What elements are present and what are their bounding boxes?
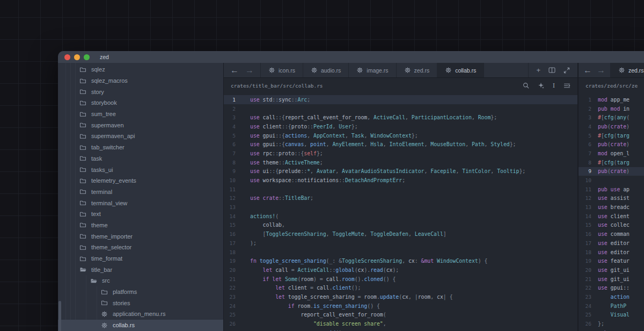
tree-item-label: story <box>91 89 104 95</box>
editor-tab[interactable]: zed.rs <box>397 63 438 77</box>
traffic-light-close[interactable] <box>64 54 70 60</box>
breadcrumb[interactable]: crates/zed/src/ze <box>586 83 638 89</box>
line-number: 13 <box>579 204 591 210</box>
code-line: 9use ui::{prelude::*, Avatar, AvatarAudi… <box>224 167 577 176</box>
code-text: use featur <box>591 258 630 264</box>
ibeam-icon[interactable]: I <box>553 83 555 89</box>
line-number: 9 <box>579 168 591 174</box>
code-line: 2 <box>224 104 577 113</box>
tree-item[interactable]: terminal <box>58 186 223 198</box>
tree-item[interactable]: title_bar <box>58 264 223 275</box>
code-line: 1use std::sync::Arc; <box>224 95 577 104</box>
search-icon[interactable] <box>523 82 529 89</box>
tree-item[interactable]: storybook <box>58 97 223 109</box>
tree-item-label: storybook <box>91 99 117 106</box>
tree-item[interactable]: supermaven_api <box>58 131 223 142</box>
code-text: use gpui::{canvas, point, AnyElement, Hs… <box>236 141 516 147</box>
code-text: use collec <box>591 222 630 228</box>
tree-item[interactable]: theme_importer <box>58 231 223 242</box>
folder-icon <box>79 166 86 173</box>
code-editor[interactable]: 1mod app_me2pub mod in3#[cfg(any(4pub(cr… <box>579 93 644 331</box>
right-tab-bar: ← → zed.rs <box>579 63 644 78</box>
nav-forward-icon[interactable]: → <box>245 66 254 75</box>
editor-tab[interactable]: collab.rs <box>437 63 484 77</box>
code-line: 10 <box>579 176 644 185</box>
breadcrumb[interactable]: crates/title_bar/src/collab.rs <box>231 83 323 89</box>
split-icon[interactable] <box>548 67 555 73</box>
tree-item[interactable]: sum_tree <box>58 109 223 120</box>
tree-item[interactable]: platforms <box>58 286 223 298</box>
rust-icon <box>311 67 318 74</box>
traffic-light-zoom[interactable] <box>84 54 90 60</box>
tree-item[interactable]: task <box>58 153 223 164</box>
tree-item[interactable]: story <box>58 86 223 97</box>
line-number: 7 <box>579 150 591 156</box>
nav-forward-icon[interactable]: → <box>597 66 605 75</box>
line-number: 8 <box>224 160 236 166</box>
nav-back-icon[interactable]: ← <box>230 66 239 75</box>
tree-item-label: supermaven <box>91 122 124 128</box>
code-line: 2pub mod in <box>579 104 644 113</box>
tree-item[interactable]: text <box>58 208 223 220</box>
code-line: 10use workspace::notifications::DetachAn… <box>224 176 577 185</box>
tree-item[interactable]: tab_switcher <box>58 142 223 153</box>
tree-item[interactable]: tasks_ui <box>58 164 223 175</box>
nav-back-icon[interactable]: ← <box>583 66 592 75</box>
lines-icon[interactable] <box>564 83 570 89</box>
code-line: 14use client <box>579 212 644 221</box>
window-titlebar[interactable]: zed <box>58 51 644 63</box>
code-line: 20 let call = ActiveCall::global(cx).rea… <box>224 265 577 275</box>
traffic-light-minimize[interactable] <box>74 54 80 60</box>
tree-item[interactable]: terminal_view <box>58 197 223 208</box>
line-number: 22 <box>224 285 236 291</box>
editor-tab[interactable]: icon.rs <box>260 63 303 77</box>
tree-item[interactable]: time_format <box>58 253 223 264</box>
tree-item[interactable]: src <box>58 275 223 286</box>
code-line: 15 collab, <box>224 221 577 230</box>
code-text: use call::{report_call_event_for_room, A… <box>236 114 497 120</box>
tree-item[interactable]: application_menu.rs <box>58 308 223 320</box>
tree-item[interactable]: stories <box>58 297 223 308</box>
code-text: use ui::{prelude::*, Avatar, AvatarAudio… <box>236 168 525 174</box>
line-number: 25 <box>224 312 236 318</box>
code-text: mod app_me <box>591 97 630 103</box>
tree-item[interactable]: theme <box>58 220 223 231</box>
tree-item[interactable]: sqlez <box>58 64 223 75</box>
folder-icon <box>79 77 86 84</box>
code-editor[interactable]: 1use std::sync::Arc;23use call::{report_… <box>224 93 577 331</box>
folder-icon <box>101 289 108 296</box>
editor-tab[interactable]: audio.rs <box>303 63 349 77</box>
tree-item[interactable]: supermaven <box>58 119 223 131</box>
editor-tab[interactable]: image.rs <box>349 63 396 77</box>
line-number: 20 <box>579 267 591 273</box>
window-title: zed <box>100 54 109 60</box>
line-number: 26 <box>224 321 236 327</box>
main-tab-bar: ← → icon.rsaudio.rsimage.rszed.rscollab.… <box>224 63 577 78</box>
line-number: 19 <box>224 258 236 264</box>
tree-item[interactable]: telemetry_events <box>58 175 223 186</box>
rust-icon <box>404 67 411 74</box>
tree-item-label: platforms <box>113 289 137 295</box>
tree-item-label: tab_switcher <box>91 144 125 150</box>
line-number: 10 <box>579 177 591 183</box>
editor-tab[interactable]: zed.rs <box>610 63 644 77</box>
code-text: "disable screen share", <box>236 321 386 327</box>
tree-item-label: collab.rs <box>113 322 135 328</box>
expand-icon[interactable] <box>564 67 570 74</box>
code-text: use comman <box>591 231 630 237</box>
line-number: 9 <box>224 168 236 174</box>
tree-item[interactable]: sqlez_macros <box>58 75 223 87</box>
code-line: 12use crate::TitleBar; <box>224 194 577 203</box>
sparkle-icon[interactable] <box>538 82 544 89</box>
tree-item[interactable]: collab.rs <box>58 320 223 331</box>
tree-item-label: supermaven_api <box>91 133 135 139</box>
rust-icon <box>356 67 363 74</box>
code-line: 16 [ToggleScreenSharing, ToggleMute, Tog… <box>224 229 577 239</box>
code-line: 20use git_ui <box>579 265 644 275</box>
tree-item[interactable]: theme_selector <box>58 242 223 253</box>
tree-item-label: task <box>91 155 102 162</box>
plus-icon[interactable]: + <box>536 67 540 74</box>
line-number: 20 <box>224 267 236 273</box>
sidebar-scrollbar[interactable] <box>58 301 61 331</box>
code-line: 8#[cfg(targ <box>579 158 644 167</box>
